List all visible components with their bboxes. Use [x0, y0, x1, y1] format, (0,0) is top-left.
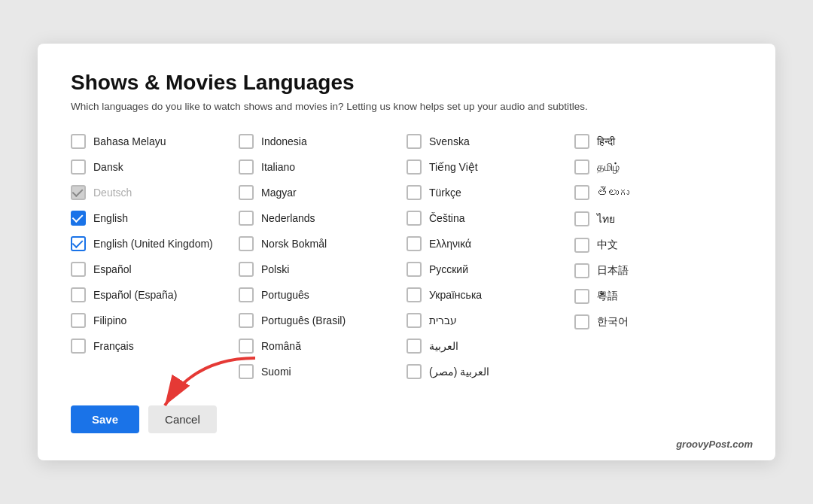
- language-label: Dansk: [93, 161, 123, 173]
- language-label: Русский: [429, 263, 468, 275]
- checkbox[interactable]: [406, 236, 422, 251]
- list-item[interactable]: Ελληνικά: [406, 231, 574, 257]
- checkbox[interactable]: [239, 262, 254, 277]
- language-label: ไทย: [597, 211, 615, 227]
- list-item[interactable]: Português: [239, 282, 406, 308]
- checkbox[interactable]: [71, 185, 86, 200]
- page-subtitle: Which languages do you like to watch sho…: [71, 101, 742, 112]
- checkbox[interactable]: [574, 211, 589, 226]
- checkbox[interactable]: [239, 287, 254, 302]
- language-label: Svenska: [429, 135, 470, 147]
- checkbox[interactable]: [71, 339, 86, 354]
- list-item[interactable]: English (United Kingdom): [71, 231, 239, 257]
- list-item[interactable]: العربية: [406, 333, 574, 359]
- checkbox[interactable]: [71, 262, 86, 277]
- list-item[interactable]: Português (Brasil): [239, 308, 406, 333]
- checkbox[interactable]: [406, 185, 422, 200]
- list-item[interactable]: Norsk Bokmål: [239, 231, 406, 257]
- checkbox[interactable]: [406, 159, 422, 175]
- list-item[interactable]: Svenska: [406, 129, 574, 154]
- checkbox[interactable]: [406, 339, 422, 354]
- list-item[interactable]: Español (España): [71, 282, 239, 308]
- checkbox[interactable]: [239, 236, 254, 251]
- language-label: Suomi: [261, 366, 291, 378]
- language-label: Português (Brasil): [261, 314, 346, 326]
- list-item[interactable]: Română: [239, 333, 406, 359]
- language-label: Türkçe: [429, 187, 461, 199]
- checkbox[interactable]: [406, 134, 422, 149]
- checkbox[interactable]: [239, 313, 254, 328]
- language-label: עברית: [429, 314, 457, 326]
- list-item[interactable]: Dansk: [71, 154, 239, 180]
- list-item[interactable]: العربية (مصر): [406, 359, 574, 384]
- list-item[interactable]: Türkçe: [406, 180, 574, 205]
- list-item[interactable]: Nederlands: [239, 205, 406, 231]
- languages-grid: Bahasa MelayuDanskDeutschEnglishEnglish …: [71, 129, 742, 384]
- list-item[interactable]: 中文: [574, 232, 742, 258]
- checkbox[interactable]: [239, 134, 254, 149]
- list-item[interactable]: ไทย: [574, 205, 742, 232]
- list-item[interactable]: Čeština: [406, 205, 574, 231]
- list-item[interactable]: Bahasa Melayu: [71, 129, 239, 154]
- list-item[interactable]: עברית: [406, 308, 574, 333]
- cancel-button[interactable]: Cancel: [148, 405, 217, 433]
- checkbox[interactable]: [574, 159, 589, 175]
- checkbox[interactable]: [239, 185, 254, 200]
- list-item[interactable]: Italiano: [239, 154, 406, 180]
- checkbox[interactable]: [239, 339, 254, 354]
- list-item[interactable]: 粵語: [574, 284, 742, 309]
- list-item[interactable]: Filipino: [71, 308, 239, 333]
- checkbox[interactable]: [406, 211, 422, 226]
- checkbox[interactable]: [406, 262, 422, 277]
- checkbox[interactable]: [71, 211, 86, 226]
- list-item[interactable]: 한국어: [574, 309, 742, 335]
- language-label: العربية: [429, 340, 458, 352]
- checkbox[interactable]: [406, 364, 422, 379]
- language-label: Tiếng Việt: [429, 161, 478, 173]
- language-label: Norsk Bokmål: [261, 238, 327, 250]
- checkbox[interactable]: [71, 313, 86, 328]
- checkbox[interactable]: [574, 263, 589, 278]
- language-label: Українська: [429, 289, 482, 301]
- checkbox[interactable]: [71, 236, 86, 251]
- list-item[interactable]: தமிழ்: [574, 154, 742, 180]
- language-label: 한국어: [597, 315, 629, 329]
- checkbox[interactable]: [239, 364, 254, 379]
- language-label: Português: [261, 289, 309, 301]
- checkbox[interactable]: [239, 211, 254, 226]
- list-item[interactable]: Українська: [406, 282, 574, 308]
- language-label: हिन्दी: [597, 135, 615, 148]
- list-item[interactable]: Français: [71, 333, 239, 359]
- list-item[interactable]: Suomi: [239, 359, 406, 384]
- checkbox[interactable]: [406, 313, 422, 328]
- language-label: Deutsch: [93, 187, 132, 199]
- list-item[interactable]: Polski: [239, 257, 406, 282]
- checkbox[interactable]: [574, 134, 589, 149]
- list-item[interactable]: Русский: [406, 257, 574, 282]
- language-dialog: Shows & Movies Languages Which languages…: [38, 44, 775, 460]
- checkbox[interactable]: [574, 238, 589, 253]
- lang-column-1: IndonesiaItalianoMagyarNederlandsNorsk B…: [239, 129, 406, 384]
- checkbox[interactable]: [574, 314, 589, 329]
- checkbox[interactable]: [574, 289, 589, 304]
- checkbox[interactable]: [406, 287, 422, 302]
- checkbox[interactable]: [71, 159, 86, 175]
- list-item[interactable]: Magyar: [239, 180, 406, 205]
- list-item[interactable]: 日本語: [574, 258, 742, 284]
- checkbox[interactable]: [71, 287, 86, 302]
- checkbox[interactable]: [71, 134, 86, 149]
- list-item[interactable]: Indonesia: [239, 129, 406, 154]
- list-item[interactable]: Español: [71, 257, 239, 282]
- list-item[interactable]: English: [71, 205, 239, 231]
- list-item[interactable]: Deutsch: [71, 180, 239, 205]
- footer: Save Cancel: [71, 405, 742, 433]
- checkbox[interactable]: [574, 185, 589, 200]
- language-label: Magyar: [261, 187, 297, 199]
- language-label: Nederlands: [261, 212, 315, 224]
- list-item[interactable]: తెలుగు: [574, 180, 742, 205]
- list-item[interactable]: हिन्दी: [574, 129, 742, 154]
- checkbox[interactable]: [239, 159, 254, 175]
- lang-column-0: Bahasa MelayuDanskDeutschEnglishEnglish …: [71, 129, 239, 384]
- save-button[interactable]: Save: [71, 405, 139, 433]
- list-item[interactable]: Tiếng Việt: [406, 154, 574, 180]
